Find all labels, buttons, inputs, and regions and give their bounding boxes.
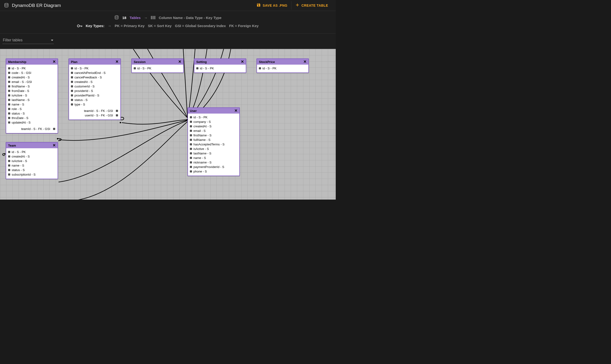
- table-session[interactable]: Session ✕ id - S - PK: [131, 58, 184, 73]
- column-label: phone - S: [194, 170, 207, 173]
- table-user[interactable]: User ✕ id - S - PKcompany - ScreatedAt -…: [187, 107, 240, 176]
- table-header[interactable]: StockPrice ✕: [257, 59, 308, 65]
- table-column[interactable]: paymentProviderId - S: [190, 165, 237, 169]
- close-icon[interactable]: ✕: [115, 60, 118, 64]
- close-icon[interactable]: ✕: [178, 60, 181, 64]
- table-column[interactable]: id - S - PK: [190, 115, 237, 119]
- table-header[interactable]: Membership ✕: [6, 59, 57, 65]
- table-column[interactable]: isActive - S: [8, 159, 56, 163]
- create-table-button[interactable]: CREATE TABLE: [291, 1, 332, 10]
- save-icon: [256, 3, 261, 8]
- table-column[interactable]: email - S - GSI: [8, 80, 56, 84]
- table-header[interactable]: Setting ✕: [194, 59, 246, 65]
- table-column[interactable]: updatedAt - S: [8, 120, 56, 125]
- table-column[interactable]: id - S - PK: [259, 66, 306, 71]
- table-name: Plan: [71, 60, 77, 64]
- port-dot: [8, 164, 10, 167]
- table-column[interactable]: id - S - PK: [8, 66, 56, 71]
- column-label: email - S - GSI: [12, 80, 32, 84]
- table-column[interactable]: nickname - S: [190, 160, 237, 165]
- table-membership[interactable]: Membership ✕ id - S - PKcode - S - GSIcr…: [6, 58, 58, 133]
- table-column[interactable]: name - S: [190, 156, 237, 160]
- legend-gsi: GSI = Global Secondary Index: [175, 24, 226, 28]
- table-column[interactable]: id - S - PK: [196, 66, 244, 71]
- table-column[interactable]: status - S: [8, 111, 56, 116]
- legend-pk: PK = Primary Key: [115, 24, 145, 28]
- table-column[interactable]: hasAcceptedTerms - S: [190, 142, 237, 147]
- table-column[interactable]: teamId - S - FK - GSI: [8, 127, 55, 131]
- column-label: firstName - S: [194, 133, 211, 137]
- table-column[interactable]: createdAt - S: [71, 80, 118, 84]
- table-header[interactable]: Plan ✕: [69, 59, 120, 65]
- table-setting[interactable]: Setting ✕ id - S - PK: [194, 58, 246, 73]
- filter-tables-select[interactable]: Filter tables: [2, 37, 54, 44]
- port-dot: [190, 161, 192, 163]
- table-team[interactable]: Team ✕ id - S - PKcreatedAt - SisActive …: [6, 142, 58, 179]
- table-column[interactable]: isActive - S: [8, 93, 56, 98]
- table-header[interactable]: User ✕: [188, 108, 239, 114]
- table-column[interactable]: id - S - PK: [8, 150, 56, 154]
- save-png-button[interactable]: SAVE AS .PNG: [253, 1, 291, 10]
- table-column[interactable]: phone - S: [190, 169, 237, 174]
- table-column[interactable]: thruDate - S: [8, 116, 56, 120]
- table-column[interactable]: code - S - GSI: [8, 71, 56, 75]
- close-icon[interactable]: ✕: [303, 60, 306, 64]
- table-column[interactable]: providerId - S: [71, 89, 118, 93]
- close-icon[interactable]: ✕: [241, 60, 244, 64]
- table-column[interactable]: role - S: [8, 107, 56, 111]
- table-stockprice[interactable]: StockPrice ✕ id - S - PK: [256, 58, 309, 73]
- port-dot: [8, 112, 10, 115]
- port-dot: [8, 121, 10, 124]
- table-header[interactable]: Team ✕: [6, 143, 57, 148]
- create-button-label: CREATE TABLE: [302, 4, 328, 7]
- er-canvas[interactable]: Membership ✕ id - S - PKcode - S - GSIcr…: [0, 49, 336, 200]
- table-column[interactable]: type - S: [71, 102, 118, 107]
- table-column[interactable]: teamId - S - FK - GSI: [71, 109, 118, 113]
- topbar: DynamoDB ER Diagram SAVE AS .PNG CREATE …: [0, 0, 336, 11]
- table-column[interactable]: userId - S - FK - GSI: [71, 113, 118, 117]
- port-dot: [8, 94, 10, 96]
- tables-link[interactable]: Tables: [130, 16, 141, 20]
- column-label: createdAt - S: [74, 80, 93, 84]
- table-column[interactable]: id - S - PK: [134, 66, 181, 71]
- column-label: teamId - S - FK - GSI: [21, 127, 50, 131]
- table-column[interactable]: id - S - PK: [71, 66, 118, 71]
- toolbar: Filter tables: [0, 34, 336, 49]
- table-column[interactable]: cancelFeedback - S: [71, 75, 118, 80]
- table-column[interactable]: firstName - S: [8, 84, 56, 89]
- column-label: firstName - S: [12, 85, 30, 88]
- close-icon[interactable]: ✕: [234, 109, 237, 113]
- svg-point-9: [4, 153, 5, 155]
- table-column[interactable]: cancelAtPeriodEnd - S: [71, 71, 118, 75]
- table-column[interactable]: subscriptionId - S: [8, 172, 56, 177]
- table-column[interactable]: createdAt - S: [8, 75, 56, 80]
- close-icon[interactable]: ✕: [53, 143, 56, 147]
- table-column[interactable]: isActive - S: [190, 147, 237, 151]
- table-column[interactable]: company - S: [190, 119, 237, 124]
- table-column[interactable]: lastName - S: [190, 151, 237, 156]
- port-dot: [116, 110, 118, 112]
- table-column[interactable]: fullName - S: [190, 138, 237, 142]
- save-button-label: SAVE AS .PNG: [263, 4, 287, 7]
- column-label: providerPlanId - S: [74, 94, 99, 97]
- table-column[interactable]: providerPlanId - S: [71, 93, 118, 98]
- table-plan[interactable]: Plan ✕ id - S - PKcancelAtPeriodEnd - Sc…: [69, 58, 121, 120]
- table-name: Membership: [8, 60, 27, 64]
- table-column[interactable]: status - S: [71, 98, 118, 102]
- table-header[interactable]: Session ✕: [132, 59, 183, 65]
- table-column[interactable]: createdAt - S: [8, 154, 56, 159]
- port-dot: [190, 116, 192, 118]
- table-column[interactable]: name - S: [8, 102, 56, 107]
- table-column[interactable]: firstName - S: [190, 133, 237, 138]
- table-column[interactable]: customerId - S: [71, 84, 118, 89]
- table-body: id - S - PKcancelAtPeriodEnd - ScancelFe…: [69, 65, 120, 109]
- table-column[interactable]: lastName - S: [8, 98, 56, 102]
- table-column[interactable]: createdAt - S: [190, 124, 237, 129]
- close-icon[interactable]: ✕: [53, 60, 56, 64]
- table-column[interactable]: fromDate - S: [8, 89, 56, 93]
- table-column[interactable]: status - S: [8, 168, 56, 172]
- table-column[interactable]: name - S: [8, 163, 56, 168]
- port-dot: [8, 151, 10, 153]
- table-column[interactable]: email - S: [190, 129, 237, 133]
- column-label: customerId - S: [74, 85, 95, 88]
